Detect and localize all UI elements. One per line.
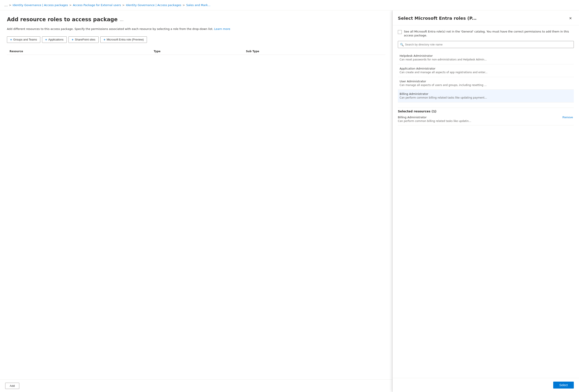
selected-resources-section: Selected resources (1) Billing Administr… — [398, 106, 574, 126]
role-item-app-admin[interactable]: Application Administrator Can create and… — [398, 64, 574, 77]
role-name: Helpdesk Administrator — [400, 54, 572, 57]
selected-resources-header: Selected resources (1) — [398, 108, 574, 113]
col-type: Type — [151, 48, 243, 55]
breadcrumb: ... > Identity Governance | Access packa… — [0, 0, 579, 10]
main-layout: Add resource roles to access package ...… — [0, 10, 579, 392]
breadcrumb-sep-2: > — [122, 3, 125, 7]
plus-icon-groups: + — [10, 38, 12, 41]
role-desc: Can create and manage all aspects of app… — [400, 71, 572, 74]
add-button[interactable]: Add — [5, 383, 19, 389]
right-panel: Select Microsoft Entra roles (P... ✕ See… — [393, 10, 579, 392]
page-title: Add resource roles to access package — [7, 16, 118, 22]
role-desc: Can reset passwords for non-administrato… — [400, 58, 572, 62]
entra-role-button[interactable]: + Microsoft Entra role (Preview) — [100, 36, 147, 43]
sharepoint-sites-button[interactable]: + SharePoint sites — [69, 36, 99, 43]
role-name: Application Administrator — [400, 67, 572, 70]
select-button[interactable]: Select — [553, 382, 574, 389]
role-desc: Can manage all aspects of users and grou… — [400, 84, 572, 87]
remove-button[interactable]: Remove — [562, 116, 574, 119]
applications-button[interactable]: + Applications — [42, 36, 67, 43]
sharepoint-sites-label: SharePoint sites — [75, 38, 95, 41]
breadcrumb-link-1[interactable]: Access Package for External users — [73, 3, 121, 7]
role-list: Helpdesk Administrator Can reset passwor… — [398, 52, 574, 102]
see-all-checkbox-row: See all Microsoft Entra role(s) not in t… — [398, 30, 574, 37]
selected-resource-desc: Can perform common billing related tasks… — [398, 120, 471, 123]
breadcrumb-sep-3: > — [183, 3, 185, 7]
panel-header: Select Microsoft Entra roles (P... ✕ — [393, 10, 579, 25]
selected-resource-item-billing-admin-selected: Billing Administrator Can perform common… — [398, 113, 574, 126]
breadcrumb-sep-0: > — [9, 3, 11, 7]
role-item-user-admin[interactable]: User Administrator Can manage all aspect… — [398, 77, 574, 90]
role-item-helpdesk-admin[interactable]: Helpdesk Administrator Can reset passwor… — [398, 52, 574, 64]
breadcrumb-sep-1: > — [69, 3, 72, 7]
breadcrumb-link-2[interactable]: Identity Governance | Access packages — [126, 3, 181, 7]
left-panel: Add resource roles to access package ...… — [0, 10, 393, 392]
panel-title: Select Microsoft Entra roles (P... — [398, 16, 477, 21]
breadcrumb-ellipsis[interactable]: ... — [4, 3, 7, 7]
page-description: Add different resources to this access p… — [7, 27, 385, 31]
close-button[interactable]: ✕ — [567, 15, 574, 22]
selected-resources-list: Billing Administrator Can perform common… — [398, 113, 574, 126]
role-item-billing-admin[interactable]: Billing Administrator Can perform common… — [398, 90, 574, 102]
learn-more-link[interactable]: Learn more — [214, 27, 230, 31]
role-desc: Can perform common billing related tasks… — [400, 96, 572, 100]
title-ellipsis[interactable]: ... — [120, 17, 124, 22]
plus-icon-sharepoint: + — [72, 38, 73, 41]
see-all-checkbox[interactable] — [398, 30, 402, 34]
col-subtype: Sub Type — [243, 48, 385, 55]
toolbar: + Groups and Teams + Applications + Shar… — [7, 36, 385, 43]
role-name: User Administrator — [400, 80, 572, 83]
panel-footer: Select — [393, 378, 579, 392]
page-title-row: Add resource roles to access package ... — [7, 16, 385, 22]
groups-teams-button[interactable]: + Groups and Teams — [7, 36, 40, 43]
resource-table: Resource Type Sub Type — [7, 48, 385, 55]
breadcrumb-link-3[interactable]: Sales and Mark... — [186, 3, 211, 7]
see-all-checkbox-label: See all Microsoft Entra role(s) not in t… — [404, 30, 574, 37]
groups-teams-label: Groups and Teams — [13, 38, 37, 41]
role-name: Billing Administrator — [400, 92, 572, 95]
panel-body: See all Microsoft Entra role(s) not in t… — [393, 25, 579, 378]
plus-icon-entra: + — [104, 38, 105, 41]
breadcrumb-link-0[interactable]: Identity Governance | Access packages — [12, 3, 68, 7]
selected-resource-info: Billing Administrator Can perform common… — [398, 116, 471, 123]
search-container: 🔍 — [398, 41, 574, 48]
entra-role-label: Microsoft Entra role (Preview) — [107, 38, 144, 41]
selected-resource-name: Billing Administrator — [398, 116, 471, 119]
applications-label: Applications — [48, 38, 64, 41]
col-resource: Resource — [7, 48, 151, 55]
plus-icon-applications: + — [45, 38, 47, 41]
search-input[interactable] — [398, 41, 574, 48]
